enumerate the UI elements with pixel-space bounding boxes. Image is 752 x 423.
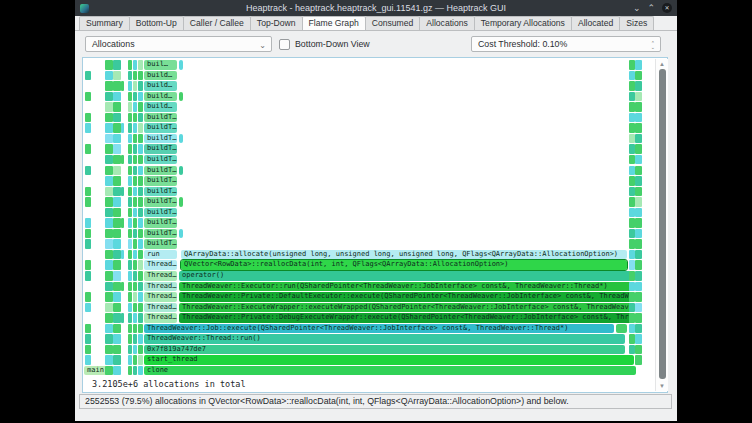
flame-cell[interactable] — [635, 218, 642, 228]
flame-cell[interactable] — [635, 176, 642, 186]
flame-cell[interactable] — [128, 292, 132, 302]
flame-cell[interactable] — [105, 208, 113, 218]
flame-cell[interactable] — [138, 92, 143, 102]
maximize-icon[interactable]: ⌃ — [647, 4, 655, 13]
flame-cell[interactable] — [138, 334, 143, 344]
flame-bar[interactable]: Thread… — [144, 313, 177, 323]
scroll-up-icon[interactable]: ▲ — [656, 60, 668, 68]
flame-cell[interactable] — [113, 324, 121, 334]
flame-cell[interactable] — [85, 292, 91, 302]
flame-bar[interactable] — [179, 197, 183, 207]
flame-cell[interactable] — [105, 102, 113, 112]
flame-cell[interactable] — [133, 229, 137, 239]
flame-cell[interactable] — [133, 260, 137, 270]
flame-bar[interactable]: ThreadWeaver::Private::DebugExecuteWrapp… — [179, 313, 631, 323]
flame-cell[interactable] — [128, 334, 132, 344]
metric-select[interactable]: Allocations ⌄ — [85, 36, 272, 52]
flame-cell[interactable] — [138, 134, 143, 144]
flame-bar[interactable]: build… — [144, 92, 177, 102]
flame-bar[interactable] — [179, 229, 183, 239]
flame-cell[interactable] — [113, 113, 121, 123]
flame-cell[interactable] — [133, 324, 137, 334]
flame-bar[interactable]: buildT… — [144, 134, 177, 144]
flame-bar[interactable]: 0x7f819a747de7 — [144, 345, 625, 355]
flame-bar[interactable]: ThreadWeaver::Executor::run(QSharedPoint… — [179, 282, 631, 292]
flame-cell[interactable] — [133, 197, 137, 207]
flame-cell[interactable] — [121, 313, 124, 323]
flame-bar[interactable] — [179, 166, 183, 176]
flame-cell[interactable] — [138, 239, 143, 249]
flame-cell[interactable] — [113, 345, 121, 355]
flame-cell[interactable] — [105, 218, 113, 228]
flame-cell[interactable] — [635, 81, 642, 91]
flame-cell[interactable] — [635, 208, 642, 218]
flame-cell[interactable] — [105, 366, 113, 376]
flame-cell[interactable] — [133, 102, 137, 112]
flame-cell[interactable] — [128, 187, 132, 197]
flame-cell[interactable] — [133, 292, 137, 302]
flame-bar[interactable]: buildT… — [144, 239, 177, 249]
flame-cell[interactable] — [133, 250, 137, 260]
flame-cell[interactable] — [635, 239, 642, 249]
flame-cell[interactable] — [128, 92, 132, 102]
flame-bar[interactable]: buildT… — [144, 113, 177, 123]
flame-cell[interactable] — [105, 292, 113, 302]
flame-cell[interactable] — [113, 92, 121, 102]
flame-cell[interactable] — [121, 282, 124, 292]
scrollbar-thumb[interactable] — [659, 69, 666, 379]
tab-temporary-allocations[interactable]: Temporary Allocations — [474, 16, 572, 30]
flame-cell[interactable] — [128, 123, 132, 133]
flame-cell[interactable] — [128, 166, 132, 176]
tab-allocations[interactable]: Allocations — [419, 16, 475, 30]
flame-bar[interactable]: start_thread — [144, 355, 634, 365]
flame-bar[interactable]: build… — [144, 102, 177, 112]
flame-cell[interactable] — [85, 187, 91, 197]
flame-cell[interactable] — [121, 123, 124, 133]
flame-cell[interactable] — [138, 345, 143, 355]
flame-cell[interactable] — [113, 313, 121, 323]
flame-cell[interactable] — [635, 187, 642, 197]
flame-cell[interactable] — [121, 81, 124, 91]
flame-cell[interactable] — [128, 229, 132, 239]
flame-cell[interactable] — [138, 208, 143, 218]
flame-cell[interactable] — [113, 334, 121, 344]
flame-cell[interactable] — [133, 155, 137, 165]
flame-cell[interactable] — [133, 71, 137, 81]
flame-cell[interactable] — [128, 113, 132, 123]
tab-summary[interactable]: Summary — [79, 16, 130, 30]
flame-cell[interactable] — [133, 313, 137, 323]
flame-cell[interactable] — [105, 187, 113, 197]
flame-cell[interactable] — [128, 102, 132, 112]
flame-cell[interactable] — [113, 144, 121, 154]
flame-cell[interactable] — [635, 345, 642, 355]
flame-bar[interactable]: ThreadWeaver::Private::DefaultExecutor::… — [179, 292, 631, 302]
flame-cell[interactable] — [113, 60, 121, 70]
flame-bar[interactable]: buildT… — [144, 155, 177, 165]
flame-cell[interactable] — [105, 113, 113, 123]
flame-cell[interactable] — [121, 250, 124, 260]
flame-cell[interactable] — [113, 250, 121, 260]
flame-cell[interactable] — [128, 313, 132, 323]
flame-cell[interactable] — [138, 176, 143, 186]
flame-cell[interactable] — [635, 271, 642, 281]
flame-cell[interactable] — [128, 324, 132, 334]
flame-cell[interactable] — [105, 134, 113, 144]
scroll-down-icon[interactable]: ▼ — [656, 382, 668, 390]
flame-cell[interactable] — [138, 282, 143, 292]
flame-bar[interactable]: buildT… — [144, 208, 177, 218]
flame-cell[interactable] — [105, 155, 113, 165]
flame-cell[interactable] — [138, 155, 143, 165]
flame-cell[interactable] — [85, 144, 91, 154]
flame-cell[interactable] — [138, 218, 143, 228]
flame-cell[interactable] — [85, 303, 91, 313]
flame-cell[interactable] — [635, 250, 642, 260]
vertical-scrollbar[interactable]: ▲ ▼ — [655, 59, 668, 391]
flame-cell[interactable] — [85, 218, 91, 228]
flame-cell[interactable] — [133, 271, 137, 281]
flame-cell[interactable] — [128, 271, 132, 281]
flame-cell[interactable] — [85, 334, 91, 344]
flame-cell[interactable] — [133, 134, 137, 144]
flame-cell[interactable] — [105, 239, 113, 249]
flame-bar[interactable]: Thread… — [144, 292, 177, 302]
flame-cell[interactable] — [105, 345, 113, 355]
